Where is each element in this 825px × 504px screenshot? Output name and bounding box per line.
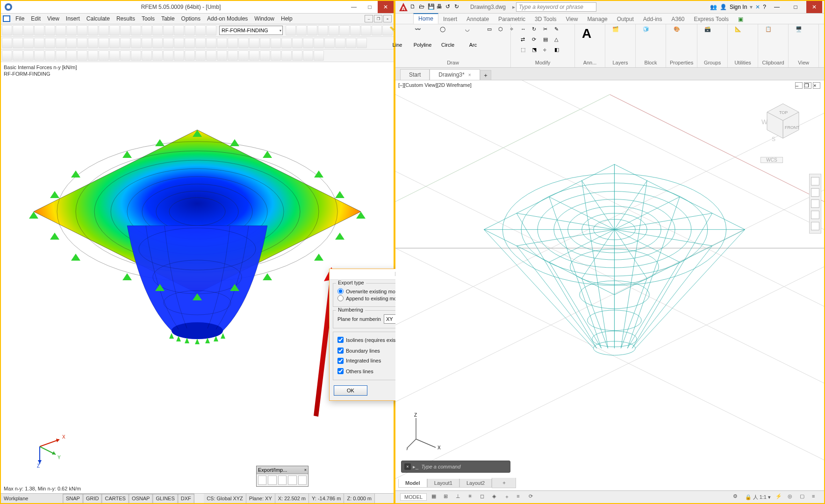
toolbar-button[interactable] (109, 50, 120, 61)
status-grid-icon[interactable]: ▦ (431, 493, 439, 501)
toolbar-button[interactable] (357, 38, 367, 48)
menu-options[interactable]: Options (178, 15, 204, 22)
tab-home[interactable]: Home (413, 13, 438, 24)
toolbar-button[interactable] (34, 50, 44, 61)
toolbar-button[interactable] (88, 38, 98, 48)
acad-viewport[interactable]: [–][Custom View][2D Wireframe] – ❐ × (395, 80, 824, 490)
rfem-close-button[interactable]: ✕ (378, 1, 394, 13)
panel-modify-label[interactable]: Modify (535, 59, 550, 65)
toolbar-button[interactable] (307, 25, 317, 35)
help-icon[interactable]: ? (763, 4, 766, 10)
status-customize-icon[interactable]: ≡ (812, 493, 819, 501)
menu-insert[interactable]: Insert (63, 15, 83, 22)
toolbar-button[interactable] (23, 38, 34, 48)
toolbar-button[interactable] (350, 25, 360, 35)
toolbar-button[interactable] (292, 38, 302, 48)
toolbar-button[interactable] (152, 50, 163, 61)
acad-app-icon[interactable]: A (398, 2, 409, 12)
ribbon-properties[interactable]: 🎨 (670, 26, 693, 42)
ribbon-line[interactable]: 📏Line (386, 26, 409, 48)
toolbar-button[interactable] (174, 38, 184, 48)
menu-edit[interactable]: Edit (28, 15, 44, 22)
tab-output[interactable]: Output (612, 14, 638, 24)
mdi-control-icon[interactable] (3, 15, 10, 22)
toolbar-button[interactable] (66, 38, 77, 48)
status-workspaces-icon[interactable]: ⚙ (733, 493, 740, 501)
toolbar-button[interactable] (2, 50, 12, 61)
ribbon-groups[interactable]: 🗃️ (701, 26, 724, 42)
status-isolate-icon[interactable]: ◎ (788, 493, 795, 501)
toolbar-button[interactable] (314, 50, 324, 61)
acad-search-box[interactable]: Type a keyword or phrase (516, 2, 596, 12)
file-tab-close-icon[interactable]: × (468, 72, 471, 78)
infocenter-icon[interactable]: 👥 (710, 4, 717, 10)
export-toolbox-btn[interactable] (278, 476, 287, 485)
tab-view[interactable]: View (561, 14, 583, 24)
command-line[interactable]: × ▸_ Type a command (401, 461, 510, 473)
export-toolbox-btn[interactable] (268, 476, 276, 485)
menu-help[interactable]: Help (278, 15, 296, 22)
qat-button[interactable]: ↻ (454, 3, 462, 11)
toolbar-button[interactable] (238, 38, 249, 48)
toolbar-button[interactable] (195, 50, 206, 61)
mdi-restore-button[interactable]: ❐ (374, 15, 382, 22)
status-annoscale[interactable]: 🔒 人 1:1 ▾ (745, 494, 771, 501)
tab-annotate[interactable]: Annotate (462, 14, 494, 24)
ribbon-annotation[interactable]: A (579, 26, 601, 42)
toolbar-button[interactable] (271, 38, 281, 48)
toolbar-button[interactable] (23, 25, 34, 35)
toolbar-button[interactable] (88, 25, 98, 35)
toolbar-button[interactable] (45, 25, 55, 35)
toolbar-button[interactable] (109, 38, 120, 48)
menu-file[interactable]: File (12, 15, 28, 22)
status-cleanscreen-icon[interactable]: ▢ (800, 493, 807, 501)
toolbar-button[interactable] (185, 50, 195, 61)
status-osnap-icon[interactable]: ◻ (480, 493, 488, 501)
nav-showmotion-icon[interactable] (811, 222, 819, 230)
acad-minimize-button[interactable]: — (769, 1, 785, 13)
toolbar-button[interactable] (238, 50, 249, 61)
tab-express[interactable]: Express Tools (689, 14, 733, 24)
toolbar-button[interactable] (249, 38, 259, 48)
status-hardwareaccel-icon[interactable]: ⚡ (775, 493, 783, 501)
toolbar-button[interactable] (335, 38, 345, 48)
export-toolbox-btn[interactable] (298, 476, 307, 485)
file-tab-drawing[interactable]: Drawing3*× (430, 69, 480, 80)
toolbar-button[interactable] (142, 38, 152, 48)
tab-insert[interactable]: Insert (438, 14, 462, 24)
rfem-minimize-button[interactable]: — (346, 1, 362, 13)
menu-table[interactable]: Table (158, 15, 178, 22)
toolbar-button[interactable] (120, 25, 130, 35)
toolbar-button[interactable] (66, 25, 77, 35)
toolbar-button[interactable] (2, 25, 12, 35)
status-lineweight-icon[interactable]: ≡ (517, 493, 524, 501)
menu-window[interactable]: Window (251, 15, 278, 22)
toolbar-button[interactable] (120, 50, 130, 61)
toolbar-button[interactable] (23, 50, 34, 61)
status-3dosnap-icon[interactable]: ◈ (492, 493, 500, 501)
mdi-min-button[interactable]: – (365, 15, 373, 22)
toolbar-button[interactable] (185, 38, 195, 48)
ribbon-clipboard[interactable]: 📋 (762, 26, 784, 42)
layout-tab-model[interactable]: Model (398, 479, 427, 488)
status-glines[interactable]: GLINES (153, 494, 178, 503)
toolbar-button[interactable] (372, 25, 382, 35)
viewcube-wcs[interactable]: WCS (760, 157, 783, 163)
navigation-bar[interactable] (809, 174, 821, 234)
toolbar-button[interactable] (260, 50, 270, 61)
toolbar-button[interactable] (346, 38, 356, 48)
status-model-button[interactable]: MODEL (400, 493, 427, 501)
export-toolbox-close[interactable]: × (304, 468, 307, 472)
export-import-toolbox[interactable]: Export/Imp...× (256, 466, 308, 487)
toolbar-button[interactable] (339, 25, 350, 35)
toolbar-button[interactable] (99, 50, 109, 61)
status-workplane[interactable]: Workplane (1, 494, 63, 503)
toolbar-button[interactable] (109, 25, 120, 35)
ribbon-arc[interactable]: ◡Arc (462, 26, 484, 48)
toolbar-button[interactable] (195, 38, 206, 48)
toolbar-button[interactable] (120, 38, 130, 48)
toolbar-button[interactable] (34, 38, 44, 48)
tab-addins[interactable]: Add-ins (638, 14, 667, 24)
toolbar-button[interactable] (249, 50, 259, 61)
toolbar-button[interactable] (56, 25, 66, 35)
